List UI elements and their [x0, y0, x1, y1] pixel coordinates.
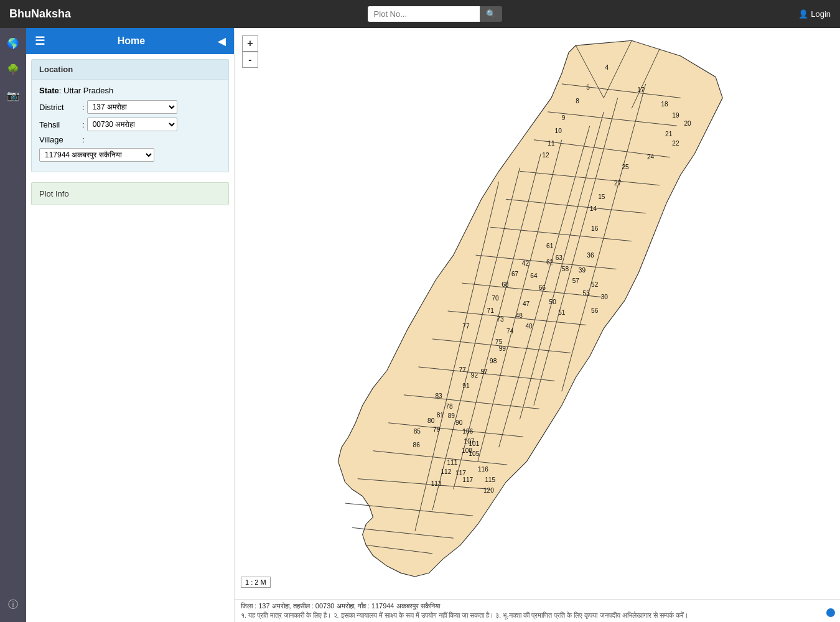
svg-marker-0: [338, 40, 722, 577]
svg-text:73: 73: [497, 316, 504, 323]
svg-text:71: 71: [487, 307, 495, 314]
svg-text:47: 47: [523, 300, 530, 307]
zoom-in-button[interactable]: +: [242, 35, 258, 52]
village-select-row: 117944 अकबरपुर सकैनिया: [39, 148, 221, 162]
search-button[interactable]: 🔍: [480, 6, 502, 22]
state-row: State: Uttar Pradesh: [39, 86, 221, 95]
svg-text:14: 14: [590, 205, 597, 212]
status-bar: जिला : 137 अमरोहा, तहसील : 00730 अमरोहा,…: [235, 599, 840, 622]
svg-text:117: 117: [462, 476, 473, 483]
village-label: Village: [39, 135, 80, 144]
login-button[interactable]: 👤 Login: [798, 9, 831, 19]
svg-text:75: 75: [495, 338, 503, 345]
map-svg-container: .plot { fill: #f5deb3; stroke: #333; str…: [235, 28, 840, 622]
svg-text:89: 89: [448, 412, 455, 419]
svg-text:27: 27: [614, 180, 622, 187]
svg-text:64: 64: [530, 272, 538, 279]
tree-icon[interactable]: 🌳: [3, 59, 23, 79]
svg-text:8: 8: [576, 98, 579, 104]
plot-info-section: Plot Info: [31, 182, 229, 205]
plot-info-title: Plot Info: [39, 189, 221, 198]
state-label: State: [39, 86, 59, 95]
location-title: Location: [32, 60, 228, 80]
svg-text:52: 52: [591, 281, 599, 288]
svg-text:50: 50: [549, 299, 557, 305]
district-row: District : 137 अमरोहा: [39, 100, 221, 114]
svg-text:53: 53: [583, 290, 590, 297]
zoom-out-button[interactable]: -: [242, 52, 258, 68]
district-label: District: [39, 103, 80, 112]
svg-text:9: 9: [562, 114, 566, 121]
svg-text:92: 92: [471, 372, 478, 379]
svg-text:97: 97: [480, 368, 488, 375]
user-icon: 👤: [798, 9, 808, 19]
map-area[interactable]: + - .plot { fill: #f5deb3; stroke: #333;…: [235, 28, 840, 622]
svg-text:57: 57: [572, 277, 580, 284]
location-section: Location State: Uttar Pradesh District :…: [31, 59, 229, 172]
svg-text:112: 112: [441, 468, 451, 475]
collapse-icon[interactable]: ◀: [218, 35, 225, 47]
svg-text:80: 80: [427, 417, 435, 424]
status-line2: १. यह प्रति मात्र जानकारी के लिए है। २. …: [241, 611, 834, 620]
map-svg[interactable]: .plot { fill: #f5deb3; stroke: #333; str…: [235, 28, 840, 622]
svg-text:83: 83: [435, 392, 442, 399]
svg-text:40: 40: [525, 323, 533, 330]
svg-text:25: 25: [622, 164, 629, 170]
sidebar: ☰ Home ◀ Location State: Uttar Pradesh D…: [26, 28, 235, 622]
tehsil-row: Tehsil : 00730 अमरोहा: [39, 118, 221, 131]
svg-text:18: 18: [661, 101, 668, 108]
svg-text:115: 115: [485, 476, 495, 483]
svg-text:85: 85: [414, 428, 421, 435]
svg-text:30: 30: [601, 294, 609, 300]
district-select[interactable]: 137 अमरोहा: [87, 100, 177, 114]
svg-text:62: 62: [546, 259, 554, 266]
hamburger-icon[interactable]: ☰: [35, 34, 45, 48]
svg-text:51: 51: [558, 309, 566, 316]
svg-text:78: 78: [446, 403, 453, 410]
svg-text:15: 15: [598, 193, 605, 200]
svg-text:77: 77: [462, 323, 470, 330]
svg-text:105: 105: [469, 450, 479, 457]
svg-text:70: 70: [492, 295, 499, 302]
svg-text:11: 11: [548, 140, 555, 147]
image-icon[interactable]: 📷: [3, 85, 23, 105]
svg-text:116: 116: [478, 466, 488, 473]
svg-text:74: 74: [506, 328, 514, 335]
svg-text:17: 17: [637, 86, 645, 93]
sidebar-header: ☰ Home ◀: [26, 28, 234, 54]
tehsil-select[interactable]: 00730 अमरोहा: [87, 118, 177, 131]
status-line1: जिला : 137 अमरोहा, तहसील : 00730 अमरोहा,…: [241, 602, 834, 610]
village-row: Village :: [39, 135, 221, 144]
svg-text:111: 111: [447, 459, 458, 466]
svg-text:68: 68: [502, 281, 509, 288]
svg-text:91: 91: [462, 383, 470, 389]
svg-text:106: 106: [462, 428, 473, 435]
village-select[interactable]: 117944 अकबरपुर सकैनिया: [39, 148, 154, 162]
svg-text:101: 101: [469, 440, 479, 447]
zoom-controls: + -: [242, 35, 258, 68]
svg-text:98: 98: [490, 358, 497, 364]
svg-text:79: 79: [433, 426, 441, 433]
svg-text:120: 120: [483, 487, 494, 494]
svg-text:39: 39: [579, 267, 586, 274]
svg-text:12: 12: [542, 152, 549, 159]
svg-text:56: 56: [591, 307, 599, 314]
tehsil-label: Tehsil: [39, 120, 80, 129]
location-body: State: Uttar Pradesh District : 137 अमरो…: [32, 80, 228, 172]
svg-text:4: 4: [605, 64, 609, 71]
svg-text:77: 77: [459, 366, 467, 373]
svg-text:36: 36: [587, 252, 594, 259]
svg-text:117: 117: [455, 470, 466, 476]
layers-icon[interactable]: 🌎: [3, 33, 23, 53]
main-container: 🌎 🌳 📷 ⓘ ☰ Home ◀ Location State: Uttar P…: [0, 28, 840, 622]
svg-text:58: 58: [562, 266, 569, 272]
svg-text:81: 81: [437, 412, 444, 419]
svg-text:63: 63: [556, 254, 563, 261]
icon-bar: 🌎 🌳 📷 ⓘ: [0, 28, 26, 622]
svg-text:48: 48: [516, 312, 523, 319]
info-icon[interactable]: ⓘ: [3, 595, 23, 615]
svg-text:99: 99: [499, 345, 506, 352]
svg-text:67: 67: [511, 271, 519, 277]
search-input[interactable]: [368, 6, 480, 22]
svg-text:16: 16: [591, 225, 599, 232]
